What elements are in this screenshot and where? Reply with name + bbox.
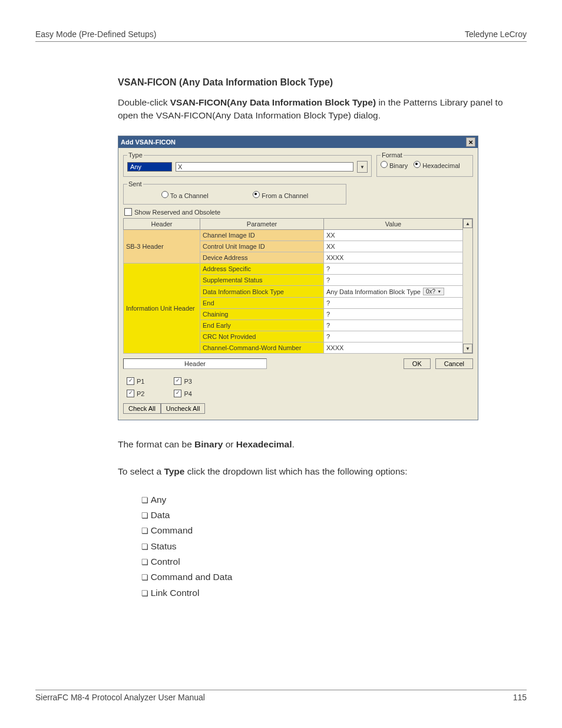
param-cell: Chaining <box>200 309 324 320</box>
chevron-down-icon[interactable]: ▼ <box>357 161 368 173</box>
value-cell[interactable]: ? <box>324 263 463 275</box>
header-left: Easy Mode (Pre-Defined Setups) <box>35 29 156 39</box>
param-cell: Channel Image ID <box>200 230 324 241</box>
add-vsan-ficon-dialog: Add VSAN-FICON ✕ Type Any X ▼ Format <box>118 136 478 420</box>
intro-bold: VSAN-FICON(Any Data Information Block Ty… <box>170 97 376 107</box>
param-cell: Address Specific <box>200 263 324 275</box>
value-cell[interactable]: Any Data Information Block Type 0x?▼ <box>324 286 463 298</box>
table-scrollbar[interactable]: ▲ ▼ <box>463 218 473 354</box>
p1-checkbox[interactable] <box>127 377 134 385</box>
p4-checkbox[interactable] <box>174 390 181 397</box>
value-cell[interactable]: ? <box>324 309 463 320</box>
show-reserved-label: Show Reserved and Obsolete <box>134 209 220 216</box>
type-select[interactable]: Any <box>127 162 172 172</box>
list-item: Any <box>141 492 515 508</box>
txt: . <box>292 439 295 449</box>
sent-to-radio[interactable]: To a Channel <box>161 191 209 199</box>
header-display: Header <box>123 358 267 369</box>
value-cell[interactable]: XXXX <box>324 252 463 263</box>
close-icon[interactable]: ✕ <box>466 137 475 147</box>
format-hex-label: Hexadecimal <box>422 162 460 169</box>
footer-page-number: 115 <box>513 693 527 702</box>
value-cell[interactable]: ? <box>324 275 463 286</box>
list-item: Link Control <box>141 585 515 601</box>
param-cell: Channel-Command-Word Number <box>200 342 324 354</box>
value-dropdown[interactable]: 0x?▼ <box>423 288 444 295</box>
value-cell[interactable]: XXXX <box>324 342 463 354</box>
param-cell: End Early <box>200 320 324 331</box>
format-fieldset: Format Binary Hexadecimal <box>376 151 473 177</box>
type-options-list: Any Data Command Status Control Command … <box>141 492 515 601</box>
dd-text: 0x? <box>426 288 435 295</box>
intro-paragraph: Double-click VSAN-FICON(Any Data Informa… <box>118 96 515 121</box>
dialog-title: Add VSAN-FICON <box>121 139 176 146</box>
col-parameter: Parameter <box>200 219 324 230</box>
scroll-down-icon[interactable]: ▼ <box>463 344 472 353</box>
p1-label: P1 <box>137 378 144 385</box>
parameter-table: Header Parameter Value SB-3 Header Chann… <box>123 218 463 354</box>
list-item: Control <box>141 554 515 569</box>
type-text[interactable]: X <box>176 162 353 172</box>
group-header: Information Unit Header <box>124 263 200 354</box>
sent-fieldset: Sent To a Channel From a Channel <box>123 180 346 205</box>
value-cell[interactable]: XX <box>324 241 463 252</box>
txt-bold: Binary <box>194 439 223 449</box>
param-cell: CRC Not Provided <box>200 331 324 342</box>
txt: click the dropdown list which has the fo… <box>184 466 407 476</box>
value-cell[interactable]: ? <box>324 298 463 309</box>
type-legend: Type <box>127 151 144 159</box>
check-all-button[interactable]: Check All <box>123 403 161 414</box>
list-item: Command and Data <box>141 569 515 585</box>
value-text: Any Data Information Block Type <box>326 288 421 295</box>
p3-checkbox[interactable] <box>174 377 181 385</box>
value-cell[interactable]: ? <box>324 331 463 342</box>
format-legend: Format <box>381 151 404 159</box>
value-cell[interactable]: ? <box>324 320 463 331</box>
param-cell: End <box>200 298 324 309</box>
param-cell: Control Unit Image ID <box>200 241 324 252</box>
section-title: VSAN-FICON (Any Data Information Block T… <box>118 77 515 88</box>
scroll-up-icon[interactable]: ▲ <box>463 219 472 228</box>
cancel-button[interactable]: Cancel <box>435 358 473 369</box>
type-fieldset: Type Any X ▼ <box>123 151 372 177</box>
txt: or <box>223 439 236 449</box>
type-note: To select a Type click the dropdown list… <box>118 465 515 478</box>
param-cell: Supplemental Status <box>200 275 324 286</box>
chevron-down-icon: ▼ <box>437 289 441 294</box>
uncheck-all-button[interactable]: Uncheck All <box>161 403 205 414</box>
txt: The format can be <box>118 439 194 449</box>
txt: To select a <box>118 466 164 476</box>
ports-group: P1 P2 P3 P4 <box>123 375 473 400</box>
p2-checkbox[interactable] <box>127 390 134 397</box>
col-value: Value <box>324 219 463 230</box>
intro-pre: Double-click <box>118 97 170 107</box>
list-item: Command <box>141 523 515 538</box>
list-item: Data <box>141 508 515 523</box>
ok-button[interactable]: OK <box>404 358 431 369</box>
format-binary-radio[interactable]: Binary <box>381 161 408 169</box>
col-header: Header <box>124 219 200 230</box>
sent-legend: Sent <box>127 180 143 187</box>
sent-to-label: To a Channel <box>170 192 209 199</box>
show-reserved-checkbox[interactable] <box>124 208 132 216</box>
p3-label: P3 <box>184 378 191 385</box>
footer-left: SierraFC M8-4 Protocol Analyzer User Man… <box>35 693 205 702</box>
param-cell: Data Information Block Type <box>200 286 324 298</box>
format-hex-radio[interactable]: Hexadecimal <box>414 161 460 169</box>
sent-from-label: From a Channel <box>262 192 308 199</box>
format-note: The format can be Binary or Hexadecimal. <box>118 438 515 451</box>
format-binary-label: Binary <box>389 162 408 169</box>
p4-label: P4 <box>184 390 191 397</box>
group-header: SB-3 Header <box>124 230 200 263</box>
param-cell: Device Address <box>200 252 324 263</box>
list-item: Status <box>141 539 515 554</box>
txt-bold: Type <box>164 466 184 476</box>
header-right: Teledyne LeCroy <box>465 29 527 39</box>
value-cell[interactable]: XX <box>324 230 463 241</box>
p2-label: P2 <box>137 390 144 397</box>
txt-bold: Hexadecimal <box>236 439 292 449</box>
sent-from-radio[interactable]: From a Channel <box>253 191 308 199</box>
